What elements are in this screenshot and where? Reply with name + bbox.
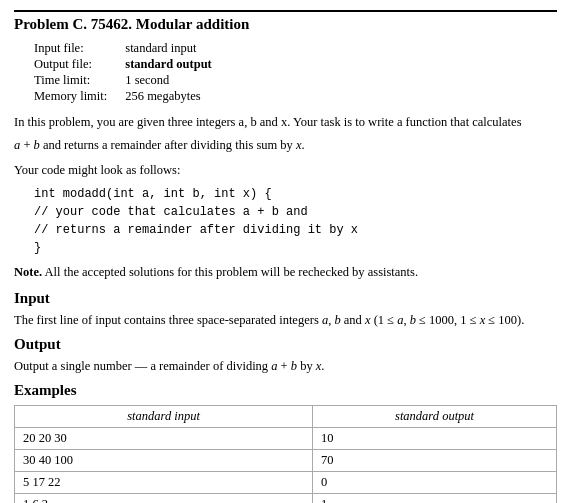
desc-line1: In this problem, you are given three int… xyxy=(14,113,557,132)
example-output-cell: 70 xyxy=(313,449,557,471)
meta-table: Input file: standard input Output file: … xyxy=(34,41,230,105)
example-input-cell: 20 20 30 xyxy=(15,427,313,449)
input-file-label: Input file: xyxy=(34,41,125,57)
output-section-title: Output xyxy=(14,336,557,353)
problem-title: Problem C. 75462. Modular addition xyxy=(14,10,557,33)
time-limit-label: Time limit: xyxy=(34,73,125,89)
code-line-3: // returns a remainder after dividing it… xyxy=(34,221,557,239)
table-row: 1 6 21 xyxy=(15,493,557,503)
memory-limit-label: Memory limit: xyxy=(34,89,125,105)
output-file-label: Output file: xyxy=(34,57,125,73)
example-input-cell: 30 40 100 xyxy=(15,449,313,471)
time-limit-value: 1 second xyxy=(125,73,230,89)
note-section: Note. All the accepted solutions for thi… xyxy=(14,263,557,282)
code-intro: Your code might look as follows: xyxy=(14,161,557,180)
code-line-4: } xyxy=(34,239,557,257)
example-output-cell: 1 xyxy=(313,493,557,503)
input-section-body: The first line of input contains three s… xyxy=(14,311,557,330)
table-row: 30 40 10070 xyxy=(15,449,557,471)
input-section-title: Input xyxy=(14,290,557,307)
code-line-1: int modadd(int a, int b, int x) { xyxy=(34,185,557,203)
examples-table: standard input standard output 20 20 301… xyxy=(14,405,557,504)
examples-title: Examples xyxy=(14,382,557,399)
example-input-cell: 1 6 2 xyxy=(15,493,313,503)
table-row: 20 20 3010 xyxy=(15,427,557,449)
problem-description: In this problem, you are given three int… xyxy=(14,113,557,155)
example-output-cell: 0 xyxy=(313,471,557,493)
examples-header-input: standard input xyxy=(15,405,313,427)
note-prefix: Note. xyxy=(14,265,42,279)
desc-line2: a + b and returns a remainder after divi… xyxy=(14,136,557,155)
input-file-value: standard input xyxy=(125,41,230,57)
note-text: All the accepted solutions for this prob… xyxy=(42,265,418,279)
table-row: 5 17 220 xyxy=(15,471,557,493)
code-block: int modadd(int a, int b, int x) { // you… xyxy=(34,185,557,257)
output-file-value: standard output xyxy=(125,57,230,73)
code-line-2: // your code that calculates a + b and xyxy=(34,203,557,221)
output-section-body: Output a single number — a remainder of … xyxy=(14,357,557,376)
memory-limit-value: 256 megabytes xyxy=(125,89,230,105)
examples-header-output: standard output xyxy=(313,405,557,427)
example-input-cell: 5 17 22 xyxy=(15,471,313,493)
example-output-cell: 10 xyxy=(313,427,557,449)
